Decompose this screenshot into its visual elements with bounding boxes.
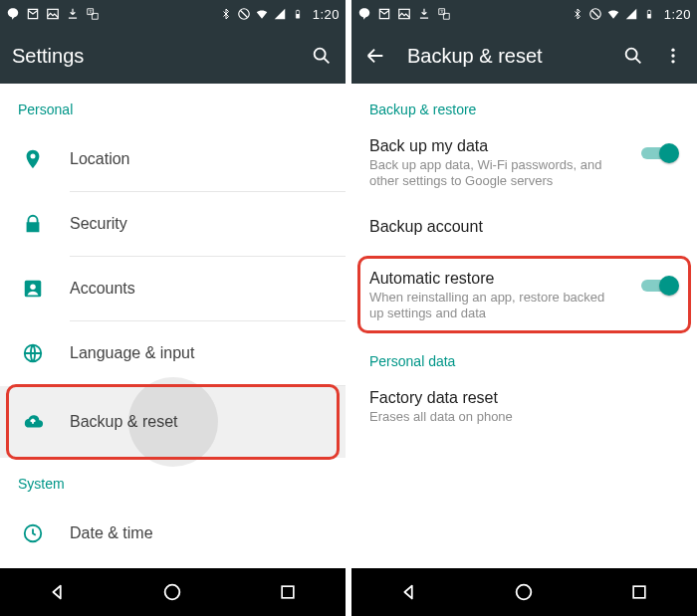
status-bar: 文 1:20	[351, 0, 697, 28]
bluetooth-icon	[571, 7, 584, 21]
nav-recent-button[interactable]	[627, 580, 651, 604]
nav-back-button[interactable]	[397, 580, 421, 604]
wifi-icon	[606, 7, 620, 21]
svg-point-17	[626, 49, 637, 60]
wifi-icon	[255, 7, 269, 21]
row-sub: Erases all data on phone	[369, 409, 608, 425]
svg-point-7	[30, 284, 36, 290]
row-datetime[interactable]: Date & time	[0, 502, 346, 565]
row-title: Back up my data	[369, 137, 641, 155]
row-backup-account[interactable]: Backup account	[351, 200, 697, 252]
svg-point-10	[165, 585, 180, 600]
action-bar: Backup & reset	[351, 28, 697, 84]
row-label: Date & time	[70, 524, 328, 542]
nav-home-button[interactable]	[512, 580, 536, 604]
download-icon	[417, 7, 431, 21]
phone-left: 文 1:20 Settings	[0, 0, 346, 616]
svg-rect-16	[648, 10, 650, 11]
status-clock: 1:20	[664, 7, 691, 22]
bluetooth-icon	[219, 7, 233, 21]
translate-icon: 文	[86, 7, 100, 21]
svg-rect-4	[297, 10, 299, 11]
svg-text:文: 文	[440, 9, 444, 14]
nav-bar	[351, 568, 697, 616]
page-title: Backup & reset	[407, 45, 605, 68]
battery-icon	[642, 7, 656, 21]
row-accounts[interactable]: Accounts	[0, 257, 346, 320]
status-bar: 文 1:20	[0, 0, 346, 28]
svg-point-18	[671, 49, 674, 52]
row-auto-restore-wrap: Automatic restore When reinstalling an a…	[351, 256, 697, 333]
translate-icon: 文	[437, 7, 451, 21]
image-icon	[46, 7, 60, 21]
svg-point-5	[315, 49, 326, 60]
row-label: Language & input	[70, 344, 328, 362]
settings-content: Personal Location Security Accounts	[0, 84, 346, 568]
row-factory-reset[interactable]: Factory data reset Erases all data on ph…	[351, 379, 697, 437]
phone-right: 文 1:20 Backup & reset	[351, 0, 697, 616]
image-icon	[397, 7, 411, 21]
svg-rect-11	[282, 586, 294, 598]
row-backup-reset[interactable]: Backup & reset	[0, 386, 346, 458]
nav-bar	[0, 568, 346, 616]
status-clock: 1:20	[313, 7, 340, 22]
backup-icon	[18, 411, 48, 433]
back-arrow-icon[interactable]	[363, 44, 387, 68]
download-icon	[66, 7, 80, 21]
search-icon[interactable]	[310, 44, 334, 68]
row-label: Security	[70, 215, 328, 233]
lock-icon	[18, 213, 48, 235]
row-title: Backup account	[369, 218, 679, 236]
svg-rect-3	[296, 14, 299, 18]
signal-icon	[624, 7, 638, 21]
row-label: Accounts	[70, 280, 328, 298]
nav-back-button[interactable]	[46, 580, 70, 604]
toggle-backup-my-data[interactable]	[641, 143, 679, 163]
svg-rect-22	[633, 586, 645, 598]
svg-point-20	[671, 60, 674, 63]
account-icon	[18, 278, 48, 300]
mail-icon	[26, 7, 40, 21]
svg-text:文: 文	[89, 9, 93, 14]
row-title: Automatic restore	[369, 270, 641, 288]
overflow-menu-icon[interactable]	[661, 44, 685, 68]
mail-icon	[377, 7, 391, 21]
row-backup-wrap: Backup & reset	[0, 386, 346, 458]
globe-icon	[18, 342, 48, 364]
search-icon[interactable]	[621, 44, 645, 68]
clock-icon	[18, 522, 48, 544]
row-language[interactable]: Language & input	[0, 321, 346, 385]
row-backup-my-data[interactable]: Back up my data Back up app data, Wi-Fi …	[351, 127, 697, 200]
row-sub: When reinstalling an app, restore backed…	[369, 290, 608, 322]
location-icon	[18, 148, 48, 170]
svg-point-19	[671, 54, 674, 57]
section-backup-restore: Backup & restore	[351, 84, 697, 127]
toggle-automatic-restore[interactable]	[641, 276, 679, 296]
backup-reset-content: Backup & restore Back up my data Back up…	[351, 84, 697, 568]
do-not-disturb-icon	[237, 7, 251, 21]
section-personal: Personal	[0, 84, 346, 127]
hangouts-icon	[357, 7, 371, 21]
row-title: Factory data reset	[369, 389, 679, 407]
row-sub: Back up app data, Wi-Fi passwords, and o…	[369, 157, 608, 190]
action-bar: Settings	[0, 28, 346, 84]
svg-point-21	[517, 585, 532, 600]
hangouts-icon	[6, 7, 20, 21]
row-security[interactable]: Security	[0, 192, 346, 256]
battery-icon	[291, 7, 305, 21]
section-personal-data: Personal data	[351, 333, 697, 379]
nav-recent-button[interactable]	[276, 580, 300, 604]
svg-rect-15	[647, 14, 650, 18]
row-label: Location	[70, 150, 328, 168]
do-not-disturb-icon	[588, 7, 602, 21]
row-location[interactable]: Location	[0, 127, 346, 191]
signal-icon	[273, 7, 287, 21]
section-system: System	[0, 458, 346, 502]
row-label: Backup & reset	[70, 413, 328, 431]
nav-home-button[interactable]	[160, 580, 184, 604]
row-automatic-restore[interactable]: Automatic restore When reinstalling an a…	[351, 256, 697, 333]
page-title: Settings	[12, 45, 294, 68]
